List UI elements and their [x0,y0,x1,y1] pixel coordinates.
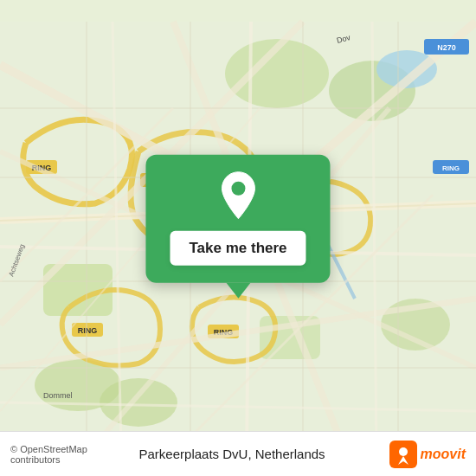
moovit-logo: moovit [389,441,466,468]
copyright-text: © OpenStreetMap contributors [10,444,136,465]
location-pin-icon [217,170,259,221]
popup-card: Take me there [145,155,330,283]
svg-text:RING: RING [442,164,460,172]
popup-tail [226,283,250,299]
bottom-bar: © OpenStreetMap contributors Parkeerplaa… [0,431,476,476]
svg-point-5 [100,378,177,427]
moovit-logo-icon [389,441,417,468]
svg-text:RING: RING [78,326,98,335]
map-container: RING RING RING RING RING N270 RING [0,0,476,476]
svg-text:Dommel: Dommel [43,391,73,400]
svg-point-52 [231,182,245,196]
svg-text:N270: N270 [437,43,456,52]
moovit-text: moovit [421,447,466,462]
popup-overlay: Take me there [145,155,330,299]
take-me-there-button[interactable]: Take me there [170,231,306,266]
svg-point-54 [399,447,408,456]
location-name: Parkeerplaats DvU, Netherlands [136,447,389,461]
